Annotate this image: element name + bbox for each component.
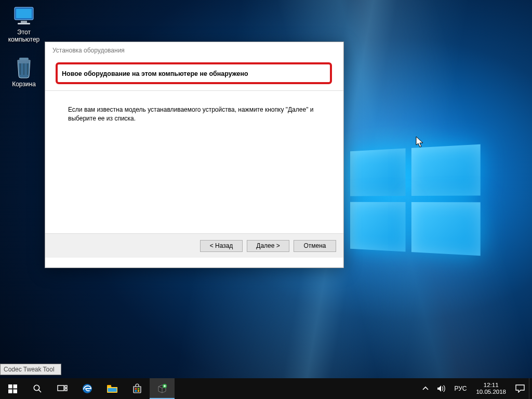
svg-rect-7	[8, 389, 12, 393]
taskbar-app-store[interactable]	[125, 378, 150, 399]
svg-rect-20	[138, 390, 139, 392]
this-pc-icon	[12, 4, 35, 27]
box-plus-icon	[157, 383, 167, 394]
edge-icon	[82, 383, 93, 394]
taskbar-app-file-explorer[interactable]	[100, 378, 125, 399]
svg-line-10	[39, 390, 42, 393]
dialog-footer: < Назад Далее > Отмена	[45, 234, 343, 258]
svg-rect-6	[13, 384, 17, 389]
svg-rect-16	[108, 388, 117, 392]
taskbar: РУС 12:11 10.05.2018	[0, 378, 532, 399]
svg-rect-15	[107, 385, 111, 387]
desktop-icon-this-pc[interactable]: Этот компьютер	[4, 4, 44, 44]
svg-rect-12	[65, 385, 67, 388]
svg-rect-19	[135, 390, 137, 392]
show-desktop-button[interactable]	[529, 378, 532, 399]
svg-rect-11	[58, 385, 64, 391]
back-button[interactable]: < Назад	[200, 240, 243, 252]
tray-clock[interactable]: 12:11 10.05.2018	[471, 382, 511, 395]
tray-overflow-button[interactable]	[418, 378, 433, 399]
desktop-icon-label: Этот компьютер	[4, 29, 44, 44]
speaker-icon	[437, 384, 446, 393]
svg-rect-3	[18, 23, 30, 24]
desktop-icon-recycle-bin[interactable]: Корзина	[4, 56, 44, 88]
mouse-cursor-icon	[416, 136, 424, 148]
taskbar-app-edge[interactable]	[75, 378, 100, 399]
clock-date: 10.05.2018	[476, 389, 506, 395]
notification-icon	[515, 384, 525, 393]
svg-rect-5	[8, 384, 12, 389]
dialog-body-text: Если вам известна модель устанавливаемог…	[68, 105, 317, 124]
tooltip-text: Codec Tweak Tool	[4, 366, 55, 373]
svg-rect-1	[16, 9, 32, 18]
tray-language-label: РУС	[454, 385, 467, 392]
svg-rect-2	[21, 21, 27, 23]
dialog-body: Если вам известна модель устанавливаемог…	[45, 90, 343, 234]
hardware-wizard-dialog: Установка оборудования Новое оборудовани…	[45, 42, 344, 268]
tray-volume-button[interactable]	[433, 378, 450, 399]
svg-rect-4	[19, 58, 29, 60]
svg-rect-13	[65, 389, 67, 391]
desktop[interactable]: Этот компьютер Корзина Установка оборудо…	[0, 0, 532, 399]
taskbar-tooltip: Codec Tweak Tool	[0, 364, 61, 375]
svg-rect-8	[13, 389, 17, 393]
dialog-title: Установка оборудования	[45, 42, 343, 56]
clock-time: 12:11	[476, 382, 506, 389]
next-button[interactable]: Далее >	[247, 240, 289, 252]
search-button[interactable]	[25, 378, 50, 399]
action-center-button[interactable]	[511, 378, 529, 399]
chevron-up-icon	[422, 385, 429, 392]
folder-icon	[107, 384, 118, 393]
wallpaper-windows-logo	[350, 144, 479, 256]
recycle-bin-icon	[12, 56, 35, 79]
tray-language-button[interactable]: РУС	[450, 378, 471, 399]
dialog-headline: Новое оборудование на этом компьютере не…	[62, 70, 248, 77]
dialog-header: Новое оборудование на этом компьютере не…	[50, 56, 337, 90]
taskbar-app-codec-tweak-tool[interactable]	[150, 378, 175, 399]
start-button[interactable]	[0, 378, 25, 399]
dialog-headline-highlight: Новое оборудование на этом компьютере не…	[56, 62, 332, 84]
task-view-button[interactable]	[50, 378, 75, 399]
svg-rect-18	[138, 388, 139, 390]
svg-rect-17	[135, 388, 137, 390]
windows-logo-icon	[8, 384, 17, 393]
svg-point-9	[34, 385, 39, 390]
search-icon	[33, 384, 42, 393]
desktop-icon-label: Корзина	[4, 81, 44, 88]
task-view-icon	[57, 384, 68, 393]
store-icon	[132, 383, 142, 394]
cancel-button[interactable]: Отмена	[294, 240, 336, 252]
system-tray: РУС 12:11 10.05.2018	[418, 378, 532, 399]
